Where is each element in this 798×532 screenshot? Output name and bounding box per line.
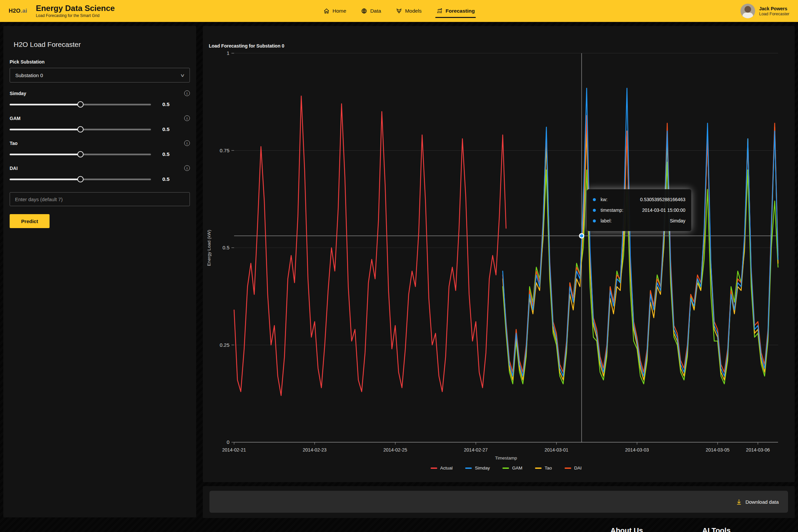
- y-tick-label: 0.5: [223, 245, 229, 250]
- series-line-dai: [503, 115, 778, 372]
- slider-thumb[interactable]: [77, 101, 83, 108]
- nav-item-models[interactable]: Models: [396, 0, 422, 22]
- slider-thumb[interactable]: [77, 126, 83, 133]
- slider-fill: [10, 178, 80, 180]
- legend-swatch: [502, 468, 509, 469]
- legend-swatch: [465, 468, 472, 469]
- avatar[interactable]: [740, 4, 755, 18]
- x-axis-title: Timestamp: [234, 456, 778, 460]
- substation-select-value: Substation 0: [15, 73, 43, 78]
- nav-item-data[interactable]: Data: [361, 0, 381, 22]
- user-menu[interactable]: Jack Powers Load Forecaster: [740, 4, 790, 18]
- models-fox-icon: [396, 8, 402, 14]
- legend-item-simday[interactable]: Simday: [465, 466, 490, 471]
- tooltip-row: label:Simday: [593, 215, 685, 226]
- legend-swatch: [535, 468, 542, 469]
- days-input[interactable]: [10, 192, 190, 206]
- x-tick-label: 2014-03-06: [746, 447, 770, 453]
- x-tick-label: 2014-02-25: [383, 447, 407, 453]
- tooltip-bullet-icon: [593, 198, 596, 201]
- y-tick-label: 0.25: [220, 342, 229, 348]
- data-globe-icon: [361, 8, 367, 14]
- legend-label: DAI: [574, 466, 582, 471]
- slider-value: 0.5: [151, 126, 181, 132]
- tooltip-bullet-icon: [593, 209, 596, 212]
- slider-value: 0.5: [151, 151, 181, 157]
- sidebar-title: H2O Load Forecaster: [14, 41, 190, 49]
- chart-card: Load Forecasting for Substation 0 00.250…: [203, 26, 795, 482]
- nav-label: Forecasting: [445, 8, 475, 14]
- slider-label: Tao: [10, 141, 18, 146]
- nav-item-home[interactable]: Home: [323, 0, 346, 22]
- slider-label: GAM: [10, 116, 21, 121]
- slider-group-simday: Simdayi0.5: [10, 91, 190, 108]
- legend-label: Actual: [440, 466, 453, 471]
- logo-suffix: .ai: [21, 8, 27, 14]
- pick-substation-label: Pick Substation: [10, 59, 190, 64]
- y-axis-title: Energy Load (kW): [207, 148, 211, 348]
- legend-item-actual[interactable]: Actual: [431, 466, 453, 471]
- slider-track-dai[interactable]: [10, 178, 151, 180]
- x-tick-label: 2014-03-01: [545, 447, 569, 453]
- y-tick-label: 1: [227, 50, 229, 56]
- slider-track-simday[interactable]: [10, 104, 151, 106]
- slider-value: 0.5: [151, 176, 181, 182]
- tooltip-row: timestamp:2014-03-01 15:00:00: [593, 205, 685, 215]
- slider-fill: [10, 104, 80, 106]
- tooltip-row: kw:0.5305395288166463: [593, 194, 685, 205]
- predict-button[interactable]: Predict: [10, 214, 50, 228]
- hover-point: [580, 234, 584, 238]
- x-tick-label: 2014-02-23: [303, 447, 327, 453]
- tooltip-label: label:: [601, 218, 634, 224]
- legend-item-dai[interactable]: DAI: [565, 466, 582, 471]
- legend-item-tao[interactable]: Tao: [535, 466, 552, 471]
- home-icon: [323, 8, 330, 14]
- series-line-tao: [503, 127, 778, 380]
- footer-ai-tools[interactable]: AI Tools: [702, 526, 730, 532]
- download-label: Download data: [745, 499, 779, 505]
- legend-label: Tao: [545, 466, 552, 471]
- x-tick-label: 2014-03-03: [625, 447, 649, 453]
- download-section: Download data: [203, 486, 795, 518]
- substation-select[interactable]: Substation 0 ∨: [10, 68, 190, 82]
- app-subtitle: Load Forecasting for the Smart Grid: [36, 13, 115, 18]
- slider-thumb[interactable]: [77, 151, 83, 158]
- chart-legend: ActualSimdayGAMTaoDAI: [234, 466, 778, 471]
- info-icon[interactable]: i: [184, 165, 190, 171]
- download-data-button[interactable]: Download data: [209, 491, 788, 513]
- info-icon[interactable]: i: [184, 140, 190, 146]
- brand: H2O.ai Energy Data Science Load Forecast…: [8, 4, 115, 18]
- slider-group-gam: GAMi0.5: [10, 115, 190, 132]
- slider-thumb[interactable]: [77, 176, 83, 183]
- legend-label: GAM: [512, 466, 522, 471]
- legend-item-gam[interactable]: GAM: [502, 466, 522, 471]
- user-name: Jack Powers: [759, 6, 790, 11]
- info-icon[interactable]: i: [184, 91, 190, 96]
- footer-about-us[interactable]: About Us: [610, 526, 643, 532]
- chevron-down-icon: ∨: [180, 73, 185, 78]
- download-icon: [736, 499, 742, 505]
- nav-item-forecasting[interactable]: Forecasting: [436, 0, 475, 22]
- info-icon[interactable]: i: [184, 115, 190, 121]
- nav-label: Models: [405, 8, 422, 14]
- slider-track-tao[interactable]: [10, 154, 151, 155]
- slider-group-tao: Taoi0.5: [10, 140, 190, 157]
- user-role: Load Forecaster: [759, 12, 790, 16]
- x-tick-label: 2014-03-05: [706, 447, 729, 453]
- legend-swatch: [565, 468, 571, 469]
- tooltip-label: timestamp:: [601, 208, 634, 213]
- nav-label: Data: [370, 8, 381, 14]
- slider-fill: [10, 129, 80, 130]
- hover-tooltip: kw:0.5305395288166463timestamp:2014-03-0…: [587, 189, 691, 231]
- tooltip-label: kw:: [601, 197, 634, 202]
- tooltip-value: Simday: [634, 218, 685, 224]
- legend-label: Simday: [475, 466, 490, 471]
- slider-track-gam[interactable]: [10, 129, 151, 130]
- slider-label: Simday: [10, 91, 26, 96]
- tooltip-value: 2014-03-01 15:00:00: [634, 208, 685, 213]
- h2o-logo: H2O.ai: [8, 8, 27, 14]
- x-tick-label: 2014-02-27: [464, 447, 488, 453]
- series-line-simday: [503, 88, 778, 376]
- forecaster-sidebar: H2O Load Forecaster Pick Substation Subs…: [3, 26, 196, 517]
- x-tick-label: 2014-02-21: [222, 447, 246, 453]
